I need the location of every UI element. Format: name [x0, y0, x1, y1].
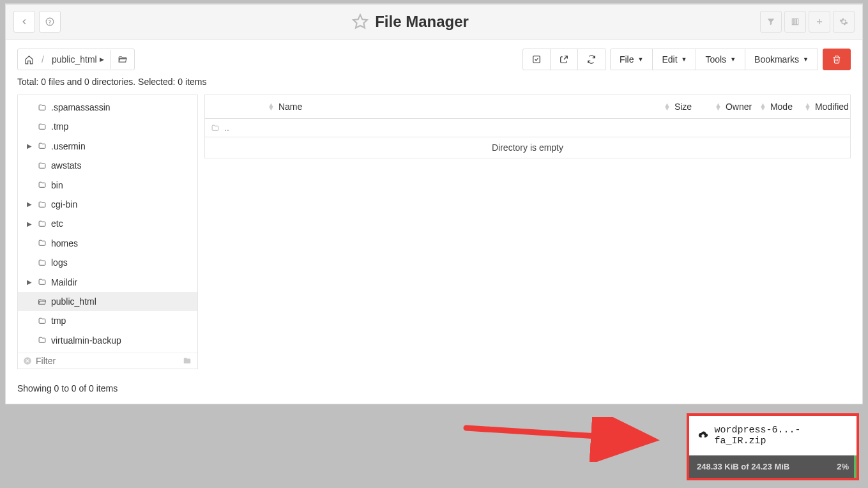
- tree-item-label: cgi-bin: [51, 197, 77, 211]
- upload-percent: 2%: [837, 462, 849, 471]
- columns-button[interactable]: [784, 11, 806, 33]
- tree-item-label: etc: [51, 217, 63, 231]
- folder-icon: [37, 142, 47, 150]
- tree-item-label: awstats: [51, 158, 81, 172]
- tree-item-label: Maildir: [51, 275, 77, 289]
- star-icon[interactable]: [352, 13, 369, 30]
- share-icon: [560, 55, 568, 64]
- sort-icon: ▲▼: [715, 103, 722, 110]
- tree-item[interactable]: .spamassassin: [18, 98, 197, 117]
- tree-item-label: .spamassassin: [51, 100, 110, 114]
- filter-toggle-button[interactable]: [760, 11, 782, 33]
- trash-icon: [832, 55, 841, 64]
- clear-filter-icon[interactable]: [23, 356, 32, 365]
- tree-item[interactable]: ▶Maildir: [18, 273, 197, 292]
- funnel-icon: [766, 17, 775, 26]
- folder-icon: [37, 278, 47, 286]
- expand-icon[interactable]: ▶: [26, 141, 33, 151]
- folder-icon: [182, 356, 192, 365]
- folder-icon: [37, 103, 47, 112]
- caret-right-icon: ▶: [100, 56, 104, 63]
- help-button[interactable]: [39, 11, 61, 33]
- folder-open-icon: [118, 55, 128, 64]
- edit-menu[interactable]: Edit▼: [652, 49, 696, 70]
- svg-rect-3: [792, 19, 793, 24]
- folder-icon: [37, 123, 47, 131]
- svg-line-8: [466, 428, 648, 439]
- main-header: File Manager: [6, 4, 862, 40]
- breadcrumb-home[interactable]: [18, 50, 40, 70]
- tools-menu[interactable]: Tools▼: [696, 49, 745, 70]
- folder-icon: [37, 201, 47, 209]
- refresh-button[interactable]: [577, 49, 605, 70]
- breadcrumb-path-label: public_html: [52, 54, 97, 65]
- columns-icon: [791, 17, 800, 26]
- sort-icon: ▲▼: [268, 103, 275, 110]
- svg-rect-4: [795, 19, 796, 24]
- folder-icon: [37, 220, 47, 228]
- tree-item[interactable]: bin: [18, 176, 197, 195]
- column-size[interactable]: ▲▼Size: [659, 95, 710, 118]
- svg-marker-2: [353, 15, 367, 28]
- folder-tree: .spamassassin.tmp▶.userminawstatsbin▶cgi…: [17, 95, 198, 369]
- caret-down-icon: ▼: [803, 56, 809, 63]
- tree-item[interactable]: ▶cgi-bin: [18, 195, 197, 214]
- file-menu[interactable]: File▼: [610, 49, 653, 70]
- svg-point-1: [50, 24, 50, 24]
- tree-item-label: logs: [51, 255, 68, 270]
- parent-directory-row[interactable]: ..: [204, 119, 851, 137]
- tree-item-label: public_html: [51, 294, 96, 309]
- sort-icon: ▲▼: [664, 103, 671, 110]
- delete-button[interactable]: [823, 49, 851, 70]
- breadcrumb: / public_html ▶: [17, 49, 135, 70]
- expand-icon[interactable]: ▶: [26, 199, 33, 210]
- status-text: Total: 0 files and 0 directories. Select…: [6, 70, 862, 91]
- column-modified[interactable]: ▲▼Modified: [799, 95, 850, 118]
- caret-down-icon: ▼: [730, 56, 736, 63]
- tree-item[interactable]: logs: [18, 253, 197, 272]
- folder-icon: [37, 181, 47, 189]
- column-mode[interactable]: ▲▼Mode: [754, 95, 799, 118]
- page-title: File Manager: [375, 13, 469, 31]
- tree-item[interactable]: ▶.usermin: [18, 137, 197, 156]
- expand-icon[interactable]: ▶: [26, 219, 33, 229]
- tree-item[interactable]: .tmp: [18, 117, 197, 136]
- expand-icon[interactable]: ▶: [26, 277, 33, 287]
- upload-filename: wordpress-6...-fa_IR.zip: [714, 425, 849, 446]
- column-name[interactable]: ▲▼Name: [263, 95, 659, 118]
- folder-icon: [37, 239, 47, 247]
- arrow-left-icon: [20, 17, 29, 26]
- caret-down-icon: ▼: [681, 56, 687, 63]
- folder-icon: [37, 317, 47, 325]
- svg-rect-6: [533, 56, 540, 63]
- tree-filter-input[interactable]: [36, 356, 178, 366]
- select-button[interactable]: [522, 49, 551, 70]
- tree-item[interactable]: awstats: [18, 156, 197, 175]
- add-button[interactable]: [809, 11, 830, 33]
- tree-item[interactable]: tmp: [18, 311, 197, 330]
- annotation-arrow: [460, 417, 664, 462]
- bookmarks-menu[interactable]: Bookmarks▼: [745, 49, 818, 70]
- plus-icon: [815, 17, 824, 26]
- tree-item[interactable]: virtualmin-backup: [18, 331, 197, 350]
- folder-icon: [37, 336, 47, 344]
- footer-text: Showing 0 to 0 of 0 items: [6, 378, 862, 404]
- sort-icon: ▲▼: [804, 103, 811, 110]
- tree-item[interactable]: ▶etc: [18, 214, 197, 233]
- svg-rect-5: [796, 19, 798, 24]
- breadcrumb-segment[interactable]: public_html ▶: [45, 49, 110, 70]
- cloud-upload-icon: [697, 431, 709, 441]
- back-button[interactable]: [13, 11, 35, 33]
- check-square-icon: [532, 55, 541, 64]
- tree-item-label: tmp: [51, 314, 66, 328]
- upload-progress-panel: wordpress-6...-fa_IR.zip 248.33 KiB of 2…: [687, 413, 859, 480]
- settings-button[interactable]: [833, 11, 855, 33]
- tree-item[interactable]: public_html: [18, 292, 197, 311]
- breadcrumb-folder-button[interactable]: [110, 50, 134, 69]
- column-owner[interactable]: ▲▼Owner: [710, 95, 754, 118]
- tree-item-label: .usermin: [51, 139, 86, 153]
- tree-item[interactable]: homes: [18, 234, 197, 253]
- question-icon: [45, 17, 54, 26]
- file-table-header: ▲▼Name ▲▼Size ▲▼Owner ▲▼Mode ▲▼Modified: [204, 95, 851, 119]
- export-button[interactable]: [550, 49, 578, 70]
